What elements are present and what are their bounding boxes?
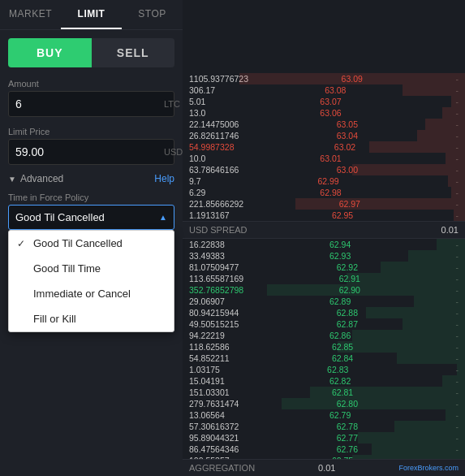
limit-price-input[interactable] — [9, 140, 164, 164]
bid-row: 15.0419162.82- — [183, 375, 465, 387]
tif-selected-value: Good Til Cancelled — [15, 211, 105, 223]
buy-button[interactable]: BUY — [8, 38, 92, 67]
ask-price: 62.99 — [317, 176, 338, 186]
aggregation-row: AGGREGATION 0.01 ForexBrokers.com — [183, 459, 465, 476]
bid-price: 62.75 — [332, 456, 353, 460]
bid-qty: 1.03175 — [189, 365, 220, 374]
ask-qty: 26.82611746 — [189, 131, 239, 141]
ask-price: 63.05 — [337, 119, 358, 129]
advanced-toggle[interactable]: ▼ Advanced Help — [8, 173, 174, 184]
amount-field-row: LTC — [8, 91, 174, 117]
bid-qty: 81.07509477 — [189, 262, 239, 272]
ask-qty: 306.17 — [189, 85, 215, 95]
bid-row: 29.0690762.89- — [183, 296, 465, 307]
bid-row: 57.3061637262.78- — [183, 421, 465, 432]
bid-price: 62.76 — [337, 444, 358, 454]
bid-qty: 352.76852798 — [189, 285, 243, 295]
check-icon: ✓ — [17, 238, 28, 249]
bid-price: 62.94 — [329, 240, 351, 249]
ask-price: 63.02 — [334, 142, 355, 152]
aggregation-value: 0.01 — [318, 463, 335, 473]
ask-qty: 1.1913167 — [189, 210, 230, 220]
ask-qty: 6.29 — [189, 188, 205, 197]
sell-button[interactable]: SELL — [92, 38, 175, 67]
amount-input[interactable] — [9, 92, 164, 116]
bid-qty: 151.03301 — [189, 387, 230, 397]
bid-price: 62.77 — [337, 433, 358, 443]
ask-price: 63.01 — [320, 154, 341, 163]
ask-row: 63.7864616663.00- — [183, 164, 465, 175]
amount-unit: LTC — [164, 99, 187, 109]
bid-qty: 29.06907 — [189, 296, 225, 306]
chevron-down-icon: ▼ — [8, 175, 16, 184]
aggregation-label: AGGREGATION — [189, 463, 255, 473]
tif-option-gtc[interactable]: ✓ Good Til Cancelled — [9, 231, 174, 256]
bid-row: 81.0750947762.92- — [183, 262, 465, 273]
bid-row: 16.2283862.94- — [183, 239, 465, 250]
bid-price: 62.86 — [329, 331, 351, 340]
ask-qty: 54.9987328 — [189, 142, 234, 152]
ask-qty: 13.0 — [189, 108, 205, 118]
advanced-label: Advanced — [20, 173, 63, 184]
forex-logo: ForexBrokers.com — [398, 464, 459, 472]
amount-label: Amount — [8, 79, 174, 89]
bid-qty: 86.47564346 — [189, 444, 239, 454]
tab-stop[interactable]: STOP — [122, 0, 183, 29]
bid-row: 13.0656462.79- — [183, 409, 465, 421]
ask-row: 10.063.01- — [183, 153, 465, 164]
bid-qty: 80.94215944 — [189, 308, 239, 318]
chevron-up-icon: ▲ — [159, 213, 167, 222]
bid-price: 62.78 — [337, 422, 358, 431]
bid-row: 54.85221162.84- — [183, 353, 465, 364]
limit-price-label: Limit Price — [8, 127, 174, 136]
bid-row: 86.4756434662.76- — [183, 444, 465, 455]
bid-price: 62.83 — [327, 365, 348, 374]
bid-price: 62.89 — [329, 296, 351, 306]
bid-qty: 94.22219 — [189, 331, 225, 340]
order-tabs: MARKET LIMIT STOP — [0, 0, 183, 30]
help-link[interactable]: Help — [154, 173, 174, 184]
bid-qty: 118.62586 — [189, 342, 230, 352]
tif-dropdown-selected[interactable]: Good Til Cancelled ▲ — [8, 205, 174, 230]
ask-row: 5.0163.07- — [183, 96, 465, 107]
tif-option-gtt[interactable]: Good Till Time — [9, 256, 174, 281]
bid-price: 62.88 — [337, 308, 358, 318]
ask-qty: 9.7 — [189, 176, 201, 186]
ask-price: 63.07 — [320, 97, 341, 106]
spread-value: 0.01 — [441, 225, 459, 235]
bid-qty: 16.22838 — [189, 240, 225, 249]
tif-option-ioc[interactable]: Immediate or Cancel — [9, 281, 174, 306]
ask-price: 63.06 — [320, 108, 341, 118]
order-book: 1105.9377672363.09-306.1763.08-5.0163.07… — [183, 0, 465, 476]
ask-row: 54.998732863.02- — [183, 141, 465, 153]
bid-row: 151.0330162.81- — [183, 387, 465, 398]
tif-option-gtt-label: Good Till Time — [33, 262, 101, 275]
ask-row: 221.8566629262.97- — [183, 198, 465, 210]
tif-option-fok-label: Fill or Kill — [33, 313, 76, 325]
bid-qty: 279.7631474 — [189, 399, 239, 409]
tif-dropdown-wrapper: Good Til Cancelled ▲ ✓ Good Til Cancelle… — [8, 205, 174, 230]
order-book-asks: 1105.9377672363.09-306.1763.08-5.0163.07… — [183, 0, 465, 221]
bid-qty: 95.89044321 — [189, 433, 239, 443]
ask-qty: 63.78646166 — [189, 165, 239, 175]
tif-option-fok[interactable]: Fill or Kill — [9, 306, 174, 331]
ask-row: 6.2962.98- — [183, 187, 465, 198]
bid-qty: 100.55357 — [189, 456, 230, 460]
bid-qty: 57.30616372 — [189, 422, 239, 431]
tab-market[interactable]: MARKET — [0, 0, 61, 29]
bid-qty: 49.50515215 — [189, 319, 239, 329]
tif-option-gtc-label: Good Til Cancelled — [33, 237, 123, 249]
bid-row: 113.6558716962.91- — [183, 273, 465, 284]
ask-qty: 10.0 — [189, 154, 205, 163]
ask-row: 9.762.99- — [183, 175, 465, 187]
bid-row: 95.8904432162.77- — [183, 432, 465, 444]
ask-row: 13.063.06- — [183, 107, 465, 119]
bid-row: 279.763147462.80- — [183, 398, 465, 409]
limit-price-unit: USD — [164, 147, 189, 157]
tif-dropdown-menu: ✓ Good Til Cancelled Good Till Time Imme… — [8, 230, 174, 332]
spread-row: USD SPREAD 0.01 — [183, 221, 465, 239]
bid-price: 62.93 — [329, 251, 351, 261]
bid-price: 62.82 — [329, 376, 351, 386]
tab-limit[interactable]: LIMIT — [61, 0, 122, 29]
order-book-bids: 16.2283862.94-33.4938362.93-81.075094776… — [183, 239, 465, 460]
